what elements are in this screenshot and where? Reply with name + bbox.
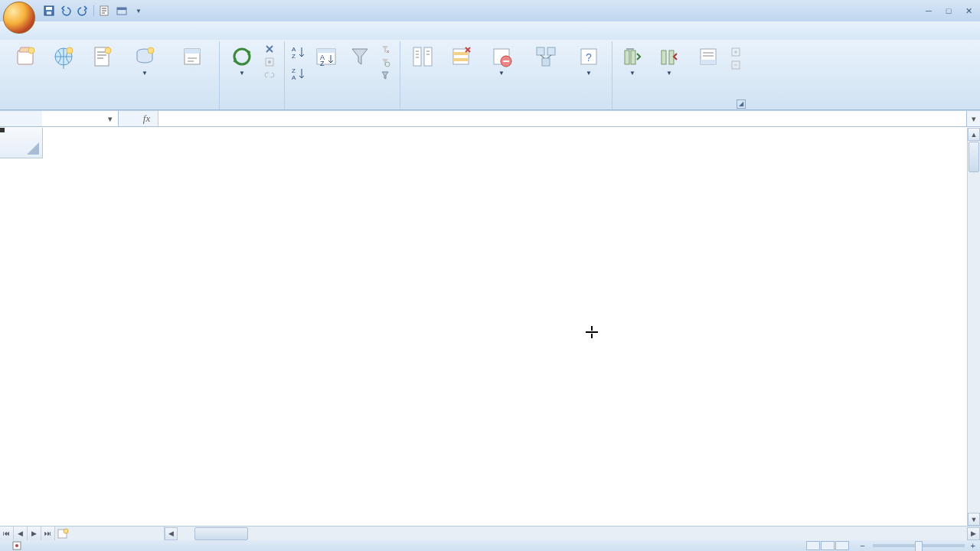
consolidate-button[interactable] (524, 43, 567, 70)
ribbon-tabs (0, 21, 980, 40)
svg-rect-28 (413, 47, 421, 66)
qat-separator (93, 5, 94, 16)
properties-button (263, 56, 279, 68)
sheet-nav-next-icon[interactable]: ▶ (28, 527, 41, 540)
name-box[interactable]: ▾ (42, 111, 119, 126)
cells-area[interactable] (43, 158, 967, 526)
svg-text:Z: Z (320, 60, 325, 67)
minimize-button[interactable]: ─ (920, 5, 937, 17)
new-sheet-icon[interactable] (55, 527, 72, 540)
svg-rect-37 (542, 58, 550, 66)
cancel-icon[interactable]: ⠀ (119, 111, 136, 126)
scroll-down-icon[interactable]: ▼ (968, 513, 980, 526)
connections-button[interactable] (263, 43, 279, 55)
column-headers (43, 128, 967, 158)
existing-connections-button[interactable] (170, 43, 214, 70)
group-get-external-data: ▼ (3, 41, 220, 109)
undo-icon[interactable] (60, 5, 72, 17)
qat-dropdown-icon[interactable]: ▼ (132, 5, 145, 17)
zoom-out-icon[interactable]: − (860, 541, 864, 550)
svg-rect-35 (537, 47, 544, 55)
view-normal-button[interactable] (806, 541, 820, 550)
sort-asc-button[interactable]: AZ (289, 43, 308, 61)
qat-custom2-icon[interactable] (116, 5, 128, 17)
formula-expand-icon[interactable]: ▾ (966, 111, 980, 126)
filter-button[interactable] (345, 43, 375, 70)
group-label (224, 107, 279, 109)
maximize-button[interactable]: □ (940, 5, 957, 17)
qat-custom1-icon[interactable] (99, 5, 111, 17)
scroll-up-icon[interactable]: ▲ (968, 128, 980, 141)
ungroup-button[interactable]: ▼ (651, 43, 688, 77)
quick-access-toolbar: ▼ (43, 5, 145, 17)
status-bar: − + (0, 540, 980, 551)
svg-point-7 (28, 47, 34, 54)
subtotal-button[interactable] (691, 43, 726, 70)
svg-text:Z: Z (292, 67, 296, 74)
svg-rect-41 (631, 51, 635, 64)
sheet-tab-bar: ⏮ ◀ ▶ ⏭ ◀ ▶ (0, 526, 980, 540)
sheet-nav-first-icon[interactable]: ⏮ (0, 527, 14, 540)
row-headers (0, 158, 43, 526)
svg-text:A: A (292, 46, 296, 53)
group-outline: ▼ ▼ ◢ (612, 41, 750, 109)
zoom-in-icon[interactable]: + (971, 541, 975, 550)
from-web-button[interactable] (46, 43, 81, 70)
macro-record-icon[interactable] (12, 541, 21, 550)
svg-point-51 (15, 544, 18, 547)
view-layout-button[interactable] (821, 541, 835, 550)
from-text-button[interactable] (84, 43, 119, 70)
remove-duplicates-button[interactable] (443, 43, 479, 70)
group-label (8, 107, 214, 109)
zoom-slider[interactable] (873, 544, 965, 547)
sheet-nav-prev-icon[interactable]: ◀ (14, 527, 28, 540)
svg-rect-31 (453, 52, 469, 55)
horizontal-scrollbar[interactable]: ◀ ▶ (164, 527, 980, 540)
name-box-dropdown-icon[interactable]: ▾ (106, 114, 115, 124)
save-icon[interactable] (43, 5, 55, 17)
svg-point-18 (268, 60, 271, 64)
clear-button (378, 43, 395, 55)
svg-rect-40 (625, 51, 629, 64)
show-detail-button (729, 46, 746, 58)
group-button[interactable]: ▼ (617, 43, 648, 77)
from-other-sources-button[interactable]: ▼ (122, 43, 167, 77)
redo-icon[interactable] (77, 5, 89, 17)
from-access-button[interactable] (8, 43, 43, 70)
scroll-right-icon[interactable]: ▶ (967, 527, 980, 540)
formula-input[interactable] (158, 111, 966, 126)
svg-text:Z: Z (292, 53, 296, 60)
close-button[interactable]: ✕ (960, 5, 977, 17)
ribbon: ▼ ▼ AZ ZA AZ (0, 40, 980, 110)
svg-rect-29 (424, 47, 432, 66)
svg-rect-1 (46, 7, 52, 10)
svg-text:?: ? (586, 51, 592, 64)
text-to-columns-button[interactable] (405, 43, 440, 70)
office-button[interactable] (3, 2, 35, 34)
group-label (289, 107, 395, 109)
data-validation-button[interactable]: ▼ (482, 43, 521, 77)
sort-button[interactable]: AZ (311, 43, 341, 70)
select-all-corner[interactable] (0, 128, 43, 158)
view-pagebreak-button[interactable] (835, 541, 849, 550)
reapply-button (378, 56, 395, 68)
what-if-button[interactable]: ?▼ (570, 43, 607, 77)
edit-links-button (263, 69, 279, 81)
svg-rect-15 (185, 49, 200, 54)
vertical-scrollbar[interactable]: ▲ ▼ (967, 128, 980, 526)
title-bar: ▼ ─ □ ✕ (0, 0, 980, 21)
refresh-all-button[interactable]: ▼ (224, 43, 260, 77)
group-data-tools: ▼ ?▼ (400, 41, 612, 109)
advanced-button[interactable] (378, 69, 395, 81)
hscroll-thumb[interactable] (194, 527, 248, 540)
scroll-thumb[interactable] (969, 142, 979, 172)
svg-rect-42 (662, 51, 666, 64)
dialog-launcher-icon[interactable]: ◢ (737, 99, 746, 109)
sheet-nav-last-icon[interactable]: ⏭ (41, 527, 55, 540)
fx-icon[interactable]: fx (136, 111, 158, 126)
group-label: ◢ (617, 107, 746, 109)
worksheet-grid[interactable] (0, 128, 967, 526)
sort-desc-button[interactable]: ZA (289, 64, 308, 83)
scroll-left-icon[interactable]: ◀ (165, 527, 178, 540)
svg-text:A: A (292, 74, 296, 81)
